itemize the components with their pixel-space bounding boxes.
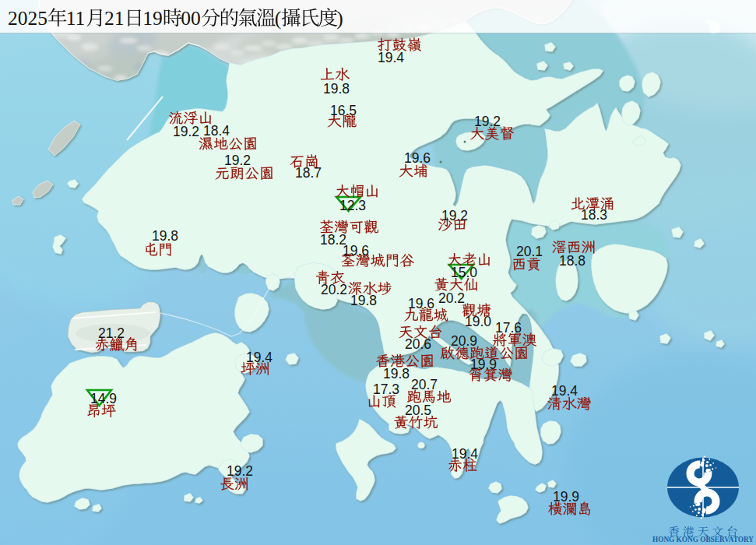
svg-text:19.4: 19.4	[246, 350, 273, 365]
svg-text:21: 21	[104, 7, 125, 30]
svg-text:18.4: 18.4	[203, 123, 230, 139]
svg-text:(: (	[275, 7, 282, 30]
svg-text:19.4: 19.4	[452, 446, 478, 462]
svg-text:19.4: 19.4	[378, 50, 404, 65]
svg-text:17.3: 17.3	[373, 382, 399, 397]
svg-text:HONG KONG OBSERVATORY: HONG KONG OBSERVATORY	[652, 535, 754, 543]
svg-text:19.8: 19.8	[152, 228, 178, 244]
svg-text:11: 11	[66, 7, 86, 30]
svg-text:19.8: 19.8	[383, 366, 410, 382]
svg-text:20.2: 20.2	[438, 290, 465, 306]
svg-text:19.6: 19.6	[404, 150, 431, 166]
svg-text:18.3: 18.3	[581, 207, 607, 223]
svg-text:21.2: 21.2	[98, 325, 125, 341]
svg-text:19.2: 19.2	[227, 463, 253, 479]
svg-text:14.9: 14.9	[90, 391, 117, 406]
svg-text:20.1: 20.1	[516, 244, 543, 259]
svg-text:12.3: 12.3	[339, 198, 366, 213]
svg-text:19.2: 19.2	[441, 208, 468, 223]
svg-text:20.7: 20.7	[411, 377, 438, 392]
svg-text:19.9: 19.9	[470, 357, 497, 372]
svg-text:19: 19	[142, 7, 163, 30]
svg-text:18.8: 18.8	[559, 253, 585, 269]
svg-text:20.5: 20.5	[405, 403, 431, 418]
svg-text:19.2: 19.2	[474, 114, 501, 129]
svg-text:19.6: 19.6	[408, 296, 434, 311]
svg-text:19.9: 19.9	[553, 489, 579, 505]
svg-text:19.8: 19.8	[350, 293, 377, 308]
svg-text:00: 00	[181, 7, 200, 30]
svg-text:): )	[336, 7, 343, 30]
svg-text:19.0: 19.0	[465, 314, 491, 329]
svg-text:19.2: 19.2	[224, 153, 251, 168]
svg-text:17.6: 17.6	[495, 320, 522, 336]
svg-text:19.4: 19.4	[551, 383, 578, 399]
svg-text:19.6: 19.6	[343, 243, 369, 258]
svg-text:19.2: 19.2	[173, 124, 199, 139]
svg-text:20.6: 20.6	[405, 336, 431, 352]
svg-text:15.0: 15.0	[451, 265, 477, 280]
svg-text:2025: 2025	[8, 7, 47, 30]
svg-text:20.2: 20.2	[321, 282, 347, 297]
svg-text:19.8: 19.8	[323, 81, 350, 97]
svg-text:20.9: 20.9	[451, 333, 477, 349]
svg-text:16.5: 16.5	[330, 103, 357, 118]
svg-text:18.7: 18.7	[295, 165, 322, 181]
